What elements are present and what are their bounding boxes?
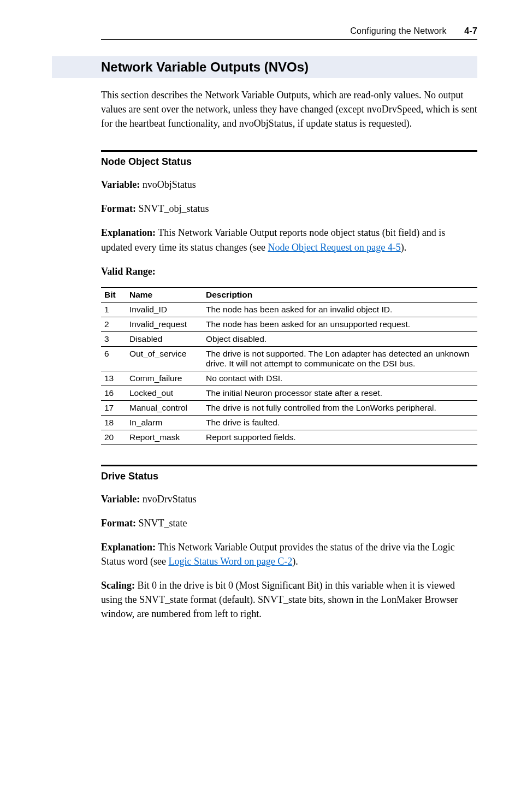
label-variable: Variable: (101, 179, 140, 190)
table-row: 16 Locked_out The initial Neuron process… (101, 386, 477, 400)
cell-name: In_alarm (126, 415, 203, 430)
table-row: 2 Invalid_request The node has been aske… (101, 317, 477, 331)
section-intro: This section describes the Network Varia… (101, 88, 477, 131)
cell-name: Invalid_request (126, 317, 203, 331)
subsection-rule (101, 465, 477, 466)
table-row: 20 Report_mask Report supported fields. (101, 430, 477, 444)
drive-status-heading: Drive Status (101, 471, 477, 482)
section-heading: Network Variable Outputs (NVOs) (101, 59, 477, 75)
header-rule (101, 39, 477, 40)
value-variable: nvoObjStatus (140, 179, 196, 190)
cell-desc: The drive is not fully controlled from t… (203, 400, 477, 415)
cell-name: Report_mask (126, 430, 203, 444)
cell-desc: The initial Neuron processor state after… (203, 386, 477, 400)
cell-bit: 20 (101, 430, 126, 444)
label-scaling: Scaling: (101, 580, 135, 591)
label-format: Format: (101, 518, 136, 529)
cell-name: Invalid_ID (126, 302, 203, 317)
scaling-text: Bit 0 in the drive is bit 0 (Most Signif… (101, 580, 458, 619)
value-format: SNVT_obj_status (136, 203, 209, 214)
col-bit: Bit (101, 287, 126, 302)
cell-bit: 3 (101, 331, 126, 346)
cell-desc: The drive is faulted. (203, 415, 477, 430)
cell-bit: 18 (101, 415, 126, 430)
subsection-rule (101, 150, 477, 152)
cell-desc: Object disabled. (203, 331, 477, 346)
drive-status-format: Format: SNVT_state (101, 516, 477, 530)
cell-bit: 2 (101, 317, 126, 331)
section-heading-band: Network Variable Outputs (NVOs) (52, 56, 477, 78)
running-header: Configuring the Network 4-7 (101, 26, 477, 39)
cell-name: Manual_control (126, 400, 203, 415)
table-row: 1 Invalid_ID The node has been asked for… (101, 302, 477, 317)
logic-status-word-link[interactable]: Logic Status Word on page C-2 (168, 556, 292, 567)
value-format: SNVT_state (136, 518, 187, 529)
table-row: 3 Disabled Object disabled. (101, 331, 477, 346)
drive-status-scaling: Scaling: Bit 0 in the drive is bit 0 (Mo… (101, 578, 477, 621)
label-valid-range: Valid Range: (101, 266, 156, 277)
cell-desc: Report supported fields. (203, 430, 477, 444)
table-row: 13 Comm_failure No contact with DSI. (101, 371, 477, 386)
cell-bit: 1 (101, 302, 126, 317)
value-variable: nvoDrvStatus (140, 494, 197, 505)
cell-bit: 13 (101, 371, 126, 386)
table-row: 17 Manual_control The drive is not fully… (101, 400, 477, 415)
cell-name: Locked_out (126, 386, 203, 400)
label-variable: Variable: (101, 494, 140, 505)
cell-bit: 16 (101, 386, 126, 400)
col-name: Name (126, 287, 203, 302)
running-header-title: Configuring the Network (350, 26, 446, 35)
table-header-row: Bit Name Description (101, 287, 477, 302)
valid-range-table: Bit Name Description 1 Invalid_ID The no… (101, 287, 477, 445)
col-description: Description (203, 287, 477, 302)
node-object-format: Format: SNVT_obj_status (101, 201, 477, 216)
cell-bit: 17 (101, 400, 126, 415)
node-object-variable: Variable: nvoObjStatus (101, 177, 477, 192)
valid-range-label: Valid Range: (101, 264, 477, 278)
node-object-explanation: Explanation: This Network Variable Outpu… (101, 226, 477, 254)
explanation-post: ). (292, 556, 298, 567)
cell-name: Out_of_service (126, 346, 203, 371)
table-row: 18 In_alarm The drive is faulted. (101, 415, 477, 430)
cell-name: Disabled (126, 331, 203, 346)
running-header-page: 4-7 (464, 26, 477, 35)
drive-status-explanation: Explanation: This Network Variable Outpu… (101, 540, 477, 568)
cell-desc: The node has been asked for an invalid o… (203, 302, 477, 317)
label-explanation: Explanation: (101, 542, 156, 553)
table-row: 6 Out_of_service The drive is not suppor… (101, 346, 477, 371)
cell-desc: The node has been asked for an unsupport… (203, 317, 477, 331)
cell-bit: 6 (101, 346, 126, 371)
cell-desc: No contact with DSI. (203, 371, 477, 386)
node-object-request-link[interactable]: Node Object Request on page 4-5 (268, 242, 400, 253)
drive-status-variable: Variable: nvoDrvStatus (101, 492, 477, 506)
node-object-heading: Node Object Status (101, 156, 477, 168)
explanation-post: ). (401, 242, 407, 253)
cell-name: Comm_failure (126, 371, 203, 386)
cell-desc: The drive is not supported. The Lon adap… (203, 346, 477, 371)
label-explanation: Explanation: (101, 227, 156, 238)
label-format: Format: (101, 203, 136, 214)
